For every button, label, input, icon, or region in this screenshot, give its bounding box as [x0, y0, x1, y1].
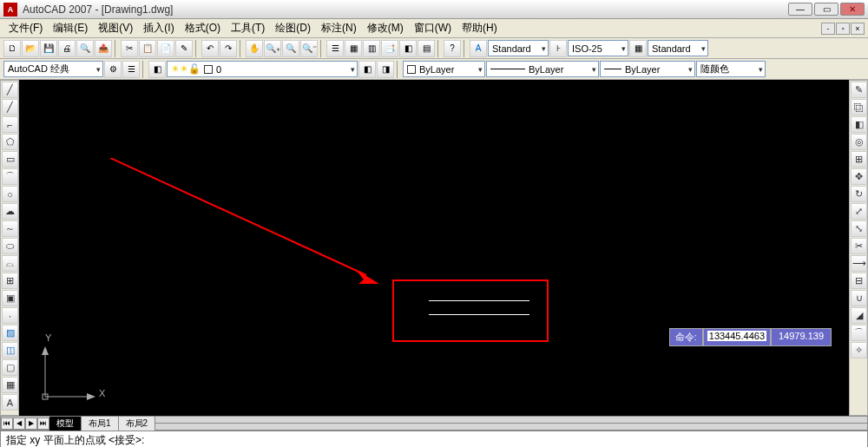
erase-icon[interactable]: ✎ [851, 82, 867, 98]
explode-icon[interactable]: ✧ [851, 342, 867, 358]
layerprops-icon[interactable]: ◧ [148, 61, 166, 78]
table-icon[interactable]: ▦ [2, 377, 18, 393]
publish-icon[interactable]: 📤 [95, 40, 112, 57]
menu-edit[interactable]: 编辑(E) [48, 19, 93, 37]
calc-icon[interactable]: ▤ [418, 40, 435, 57]
extend-icon[interactable]: ⟶ [851, 255, 867, 272]
tab-next-icon[interactable]: ▶ [25, 417, 37, 430]
rectangle-icon[interactable]: ▭ [2, 151, 18, 168]
hatch-icon[interactable]: ▨ [2, 325, 18, 341]
preview-icon[interactable]: 🔍 [76, 40, 94, 57]
region-icon[interactable]: ▢ [2, 359, 18, 376]
copy-icon[interactable]: 📋 [139, 40, 156, 57]
minimize-button[interactable]: — [788, 3, 812, 16]
menu-file[interactable]: 文件(F) [3, 19, 48, 37]
spline-icon[interactable]: ～ [2, 220, 18, 237]
maximize-button[interactable]: ▭ [814, 3, 838, 16]
line-icon[interactable]: ╱ [2, 82, 18, 98]
textstyle-combo[interactable]: Standard [488, 40, 549, 56]
scale-icon[interactable]: ⤢ [851, 203, 867, 220]
wssettings-icon[interactable]: ⚙ [104, 61, 122, 78]
workspace-combo[interactable]: AutoCAD 经典 [3, 61, 103, 77]
join-icon[interactable]: ∪ [851, 290, 867, 306]
color-combo[interactable]: ByLayer [403, 61, 485, 77]
mtext-icon[interactable]: A [2, 394, 18, 411]
dimstyle-icon[interactable]: ⊦ [549, 40, 567, 57]
menu-dimension[interactable]: 标注(N) [316, 19, 362, 37]
doc-close-button[interactable]: × [851, 23, 865, 35]
close-button[interactable]: ✕ [840, 3, 865, 16]
menu-draw[interactable]: 绘图(D) [270, 19, 316, 37]
paste-icon[interactable]: 📄 [157, 40, 174, 57]
doc-restore-button[interactable]: ▫ [836, 23, 850, 35]
lineweight-combo[interactable]: ByLayer [600, 61, 695, 77]
properties-icon[interactable]: ☰ [326, 40, 344, 57]
plot-icon[interactable]: 🖨 [58, 40, 76, 57]
redo-icon[interactable]: ↷ [220, 40, 237, 57]
stretch-icon[interactable]: ⤡ [851, 220, 867, 237]
point-icon[interactable]: · [2, 307, 18, 324]
undo-icon[interactable]: ↶ [201, 40, 219, 57]
tab-layout1[interactable]: 布局1 [82, 416, 119, 431]
trim-icon[interactable]: ✂ [851, 238, 867, 254]
tab-prev-icon[interactable]: ◀ [13, 417, 25, 430]
ws-toolbar-icon[interactable]: ☰ [122, 61, 140, 78]
doc-minimize-button[interactable]: - [821, 23, 835, 35]
ssm-icon[interactable]: 📑 [381, 40, 398, 57]
zoom-rt-icon[interactable]: 🔍₊ [264, 40, 281, 57]
menu-view[interactable]: 视图(V) [93, 19, 138, 37]
mirror-icon[interactable]: ◧ [851, 116, 867, 133]
layeriso-icon[interactable]: ◨ [377, 61, 394, 78]
ellipsearc-icon[interactable]: ⌓ [2, 255, 18, 272]
menu-modify[interactable]: 修改(M) [362, 19, 409, 37]
drawing-canvas[interactable]: Y X 命令: 133445.4463 14979.139 [19, 80, 849, 416]
tab-last-icon[interactable]: ⏭ [37, 417, 49, 430]
palette-icon[interactable]: ▥ [363, 40, 380, 57]
save-icon[interactable]: 💾 [40, 40, 57, 57]
dcenter-icon[interactable]: ▦ [345, 40, 362, 57]
arc-icon[interactable]: ⌒ [2, 168, 18, 185]
zoom-prev-icon[interactable]: 🔍⁻ [300, 40, 318, 57]
linetype-combo[interactable]: ByLayer [486, 61, 599, 77]
cut-icon[interactable]: ✂ [121, 40, 138, 57]
polygon-icon[interactable]: ⬠ [2, 134, 18, 150]
menu-format[interactable]: 格式(O) [180, 19, 226, 37]
match-icon[interactable]: ✎ [175, 40, 193, 57]
dyn-x-field[interactable]: 133445.4463 [703, 328, 771, 346]
tab-first-icon[interactable]: ⏮ [1, 417, 13, 430]
pan-icon[interactable]: ✋ [246, 40, 263, 57]
move-icon[interactable]: ✥ [851, 168, 867, 185]
tab-layout2[interactable]: 布局2 [119, 416, 156, 431]
textstyle-icon[interactable]: A [470, 40, 487, 57]
help-icon[interactable]: ? [444, 40, 461, 57]
new-icon[interactable]: 🗋 [3, 40, 21, 57]
offset-icon[interactable]: ◎ [851, 134, 867, 150]
chamfer-icon[interactable]: ◢ [851, 307, 867, 324]
break-icon[interactable]: ⊟ [851, 273, 867, 289]
fillet-icon[interactable]: ⌒ [851, 325, 867, 341]
block-icon[interactable]: ▣ [2, 290, 18, 306]
circle-icon[interactable]: ○ [2, 186, 18, 202]
menu-insert[interactable]: 插入(I) [138, 19, 179, 37]
dimstyle-combo[interactable]: ISO-25 [568, 40, 628, 56]
open-icon[interactable]: 📂 [22, 40, 39, 57]
gradient-icon[interactable]: ◫ [2, 342, 18, 358]
plotstyle-combo[interactable]: 随颜色 [696, 61, 766, 77]
menu-window[interactable]: 窗口(W) [409, 19, 457, 37]
menu-tools[interactable]: 工具(T) [226, 19, 270, 37]
copy-obj-icon[interactable]: ⿻ [851, 99, 867, 115]
revcloud-icon[interactable]: ☁ [2, 203, 18, 220]
array-icon[interactable]: ⊞ [851, 151, 867, 168]
command-line[interactable]: 指定 xy 平面上的点或 <接受>: 命令: 命令: [0, 431, 868, 447]
markup-icon[interactable]: ◧ [399, 40, 417, 57]
menu-help[interactable]: 帮助(H) [457, 19, 503, 37]
layer-combo[interactable]: ☀☀🔓 0 [167, 61, 358, 77]
tablestyle-combo[interactable]: Standard [648, 40, 708, 56]
pline-icon[interactable]: ⌐ [2, 116, 18, 133]
layerprev-icon[interactable]: ◧ [358, 61, 376, 78]
zoom-win-icon[interactable]: 🔍 [282, 40, 299, 57]
insert-icon[interactable]: ⊞ [2, 273, 18, 289]
tab-model[interactable]: 模型 [49, 416, 82, 431]
rotate-icon[interactable]: ↻ [851, 186, 867, 202]
tablestyle-icon[interactable]: ▦ [629, 40, 647, 57]
